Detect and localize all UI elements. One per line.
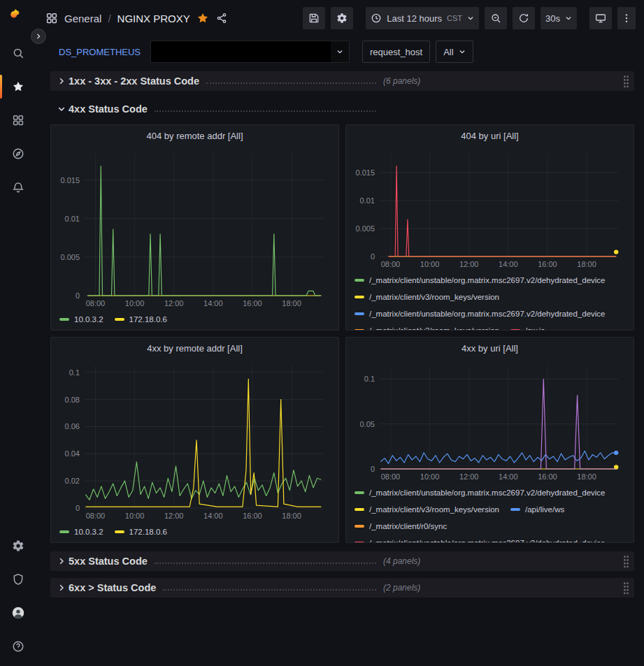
sidebar-item-explore[interactable] bbox=[0, 137, 36, 171]
svg-text:18:00: 18:00 bbox=[577, 260, 596, 268]
legend-swatch bbox=[510, 329, 520, 330]
svg-text:10:00: 10:00 bbox=[125, 512, 145, 520]
legend-swatch bbox=[59, 530, 69, 533]
dashboard-menu-button[interactable] bbox=[617, 7, 636, 29]
svg-text:10:00: 10:00 bbox=[420, 260, 440, 268]
svg-text:0.08: 0.08 bbox=[65, 396, 80, 404]
legend-item[interactable]: /_matrix/client/v3/room_keys/version bbox=[355, 504, 499, 515]
share-icon[interactable] bbox=[216, 13, 227, 24]
panels-grid: 404 by remote addr [All] 08:0010:0012:00… bbox=[50, 124, 634, 543]
legend-item[interactable]: 10.0.3.2 bbox=[59, 526, 103, 537]
request-host-value-select[interactable]: All bbox=[436, 41, 473, 63]
row-drag-handle[interactable] bbox=[622, 75, 630, 88]
panel-title[interactable]: 4xx by remote addr [All] bbox=[51, 338, 338, 359]
zoom-out-time-button[interactable] bbox=[485, 7, 507, 29]
row-header-5xx[interactable]: 5xx Status Code (4 panels) bbox=[50, 551, 634, 571]
svg-text:0.06: 0.06 bbox=[65, 422, 80, 430]
row-drag-handle[interactable] bbox=[622, 555, 630, 568]
time-series-chart[interactable]: 08:0010:0012:0014:0016:0018:0000.020.040… bbox=[55, 359, 334, 522]
legend-item[interactable]: 172.18.0.6 bbox=[115, 314, 167, 325]
legend-swatch bbox=[115, 530, 124, 533]
grafana-logo[interactable] bbox=[9, 8, 29, 28]
panel-title[interactable]: 404 by uri [All] bbox=[346, 125, 634, 146]
star-icon bbox=[12, 80, 24, 93]
chart-legend: 10.0.3.2172.18.0.6 bbox=[51, 522, 338, 539]
sidebar-item-starred[interactable] bbox=[0, 70, 36, 103]
legend-swatch bbox=[59, 318, 69, 321]
breadcrumb-separator: / bbox=[108, 13, 110, 24]
legend-item[interactable]: /_matrix/client/v3/room_keys/version bbox=[355, 291, 499, 303]
save-dashboard-button[interactable] bbox=[303, 7, 325, 29]
svg-text:18:00: 18:00 bbox=[282, 512, 301, 520]
top-navigation-bar: General / NGINX PROXY Last 12 hours CST … bbox=[0, 0, 644, 36]
sidebar-item-dashboards[interactable] bbox=[0, 103, 36, 137]
svg-text:16:00: 16:00 bbox=[538, 260, 557, 268]
legend-item[interactable]: /_matrix/client/unstable/org.matrix.msc2… bbox=[355, 537, 606, 542]
request-host-variable-label[interactable]: request_host bbox=[362, 41, 430, 63]
svg-text:12:00: 12:00 bbox=[164, 512, 184, 520]
legend-item[interactable]: /_matrix/client/unstable/org.matrix.msc2… bbox=[355, 308, 606, 319]
time-series-chart[interactable]: 08:0010:0012:0014:0016:0018:0000.0050.01… bbox=[55, 146, 334, 310]
drag-grip-icon bbox=[622, 555, 630, 568]
svg-text:0.1: 0.1 bbox=[364, 375, 375, 383]
svg-text:12:00: 12:00 bbox=[459, 472, 479, 481]
legend-swatch bbox=[355, 279, 364, 282]
sidebar-expand-button[interactable] bbox=[31, 29, 46, 44]
row-header-1xx[interactable]: 1xx - 3xx - 2xx Status Code (6 panels) bbox=[50, 71, 634, 91]
svg-text:14:00: 14:00 bbox=[203, 512, 223, 520]
sidebar-item-configuration[interactable] bbox=[0, 529, 36, 563]
dashboard-title[interactable]: NGINX PROXY bbox=[117, 13, 190, 24]
legend-swatch bbox=[355, 542, 364, 542]
legend-item[interactable]: 172.18.0.6 bbox=[115, 526, 167, 537]
help-icon bbox=[12, 640, 24, 653]
row-title: 5xx Status Code bbox=[69, 556, 148, 567]
legend-item[interactable]: /_matrix/client/r0/sync bbox=[355, 521, 447, 532]
save-icon bbox=[308, 13, 320, 24]
legend-label: /sw.js bbox=[525, 325, 545, 330]
legend-item[interactable]: /_matrix/client/v3/room_keys/version bbox=[355, 325, 499, 330]
refresh-interval-select[interactable]: 30s bbox=[541, 7, 577, 29]
datasource-variable-label[interactable]: DS_PROMETHEUS bbox=[59, 47, 141, 57]
row-header-4xx[interactable]: 4xx Status Code bbox=[50, 99, 634, 119]
svg-text:16:00: 16:00 bbox=[538, 472, 557, 481]
legend-item[interactable]: /_matrix/client/unstable/org.matrix.msc2… bbox=[355, 275, 606, 286]
panel-title[interactable]: 4xx by uri [All] bbox=[346, 338, 634, 359]
legend-item[interactable]: /api/live/ws bbox=[510, 504, 564, 515]
favorite-star-icon[interactable] bbox=[196, 12, 209, 24]
legend-item[interactable]: 10.0.3.2 bbox=[59, 314, 103, 325]
time-series-chart[interactable]: 08:0010:0012:0014:0016:0018:0000.050.1 bbox=[350, 359, 629, 483]
legend-label: /_matrix/client/v3/room_keys/version bbox=[369, 504, 499, 515]
sidebar-item-alerting[interactable] bbox=[0, 171, 36, 204]
chevron-down-icon bbox=[467, 15, 474, 22]
time-range-picker[interactable]: Last 12 hours CST bbox=[366, 7, 479, 29]
svg-text:0.01: 0.01 bbox=[360, 196, 375, 205]
datasource-select[interactable] bbox=[150, 41, 350, 63]
sidebar-item-server-admin[interactable] bbox=[0, 563, 36, 596]
row-header-6xx[interactable]: 6xx > Status Code (2 panels) bbox=[50, 578, 634, 598]
sidebar-item-profile[interactable] bbox=[0, 596, 36, 630]
refresh-button[interactable] bbox=[513, 7, 535, 29]
panel-title[interactable]: 404 by remote addr [All] bbox=[51, 125, 338, 146]
panel-404-by-remote-addr: 404 by remote addr [All] 08:0010:0012:00… bbox=[50, 124, 339, 331]
breadcrumb-section[interactable]: General bbox=[64, 13, 101, 24]
sidebar-item-help[interactable] bbox=[0, 630, 36, 663]
chevron-right-icon bbox=[55, 584, 69, 592]
sidebar-item-search[interactable] bbox=[0, 36, 36, 70]
svg-text:0.1: 0.1 bbox=[69, 368, 80, 377]
legend-label: /_matrix/client/unstable/org.matrix.msc2… bbox=[369, 537, 606, 542]
legend-label: /_matrix/client/v3/room_keys/version bbox=[369, 291, 499, 303]
time-series-chart[interactable]: 08:0010:0012:0014:0016:0018:0000.0050.01… bbox=[350, 146, 629, 270]
legend-label: 10.0.3.2 bbox=[74, 314, 103, 325]
svg-text:0.015: 0.015 bbox=[60, 176, 80, 184]
legend-item[interactable]: /sw.js bbox=[510, 325, 545, 330]
shield-icon bbox=[12, 573, 24, 586]
dashboard-settings-button[interactable] bbox=[331, 7, 353, 29]
tv-mode-button[interactable] bbox=[589, 7, 612, 29]
legend-item[interactable]: /_matrix/client/unstable/org.matrix.msc2… bbox=[355, 487, 606, 498]
row-drag-handle[interactable] bbox=[622, 581, 630, 595]
svg-text:14:00: 14:00 bbox=[499, 260, 518, 268]
svg-text:14:00: 14:00 bbox=[499, 472, 518, 481]
svg-text:14:00: 14:00 bbox=[203, 299, 223, 307]
time-range-label: Last 12 hours bbox=[387, 13, 442, 24]
row-title: 4xx Status Code bbox=[69, 103, 148, 115]
